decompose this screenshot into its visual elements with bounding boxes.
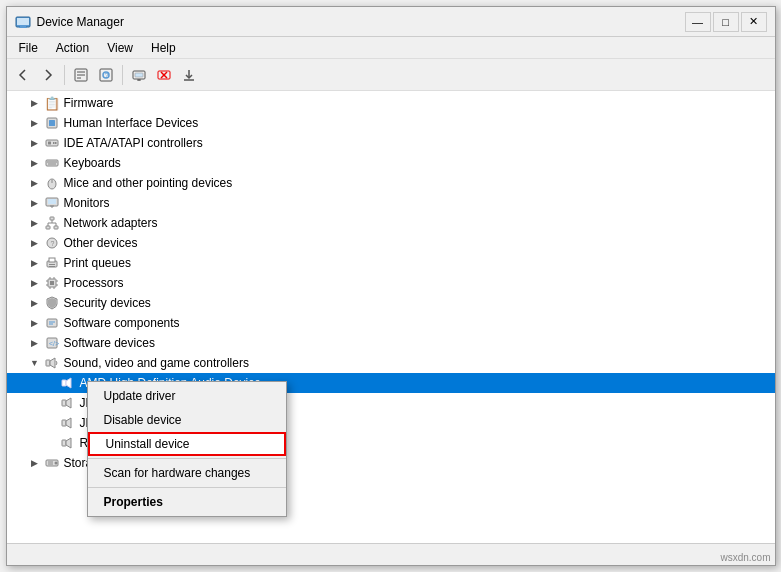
menu-file[interactable]: File bbox=[11, 38, 46, 58]
toolbar-sep-1 bbox=[64, 65, 65, 85]
svg-rect-21 bbox=[49, 120, 55, 126]
svg-rect-46 bbox=[49, 264, 55, 265]
expand-mice[interactable]: ▶ bbox=[27, 175, 43, 191]
content-area: ▶ 📋 Firmware ▶ Human Interface Devices ▶ bbox=[7, 91, 775, 543]
tree-item-network[interactable]: ▶ Network adapters bbox=[7, 213, 775, 233]
expand-sound[interactable]: ▼ bbox=[27, 355, 43, 371]
svg-rect-2 bbox=[20, 26, 26, 27]
svg-text:</>: </> bbox=[49, 340, 59, 347]
svg-rect-27 bbox=[47, 162, 57, 163]
print-icon bbox=[44, 255, 60, 271]
tree-item-other[interactable]: ▶ ? Other devices bbox=[7, 233, 775, 253]
ide-icon bbox=[44, 135, 60, 151]
menu-bar: File Action View Help bbox=[7, 37, 775, 59]
expand-software-dev[interactable]: ▶ bbox=[27, 335, 43, 351]
uninstall-button[interactable] bbox=[152, 63, 176, 87]
svg-rect-66 bbox=[62, 420, 66, 426]
hid-icon bbox=[44, 115, 60, 131]
processors-label: Processors bbox=[64, 276, 124, 290]
tree-item-monitors[interactable]: ▶ Monitors bbox=[7, 193, 775, 213]
toolbar: ? bbox=[7, 59, 775, 91]
expand-security[interactable]: ▶ bbox=[27, 295, 43, 311]
svg-rect-65 bbox=[62, 400, 66, 406]
mice-label: Mice and other pointing devices bbox=[64, 176, 233, 190]
expand-storage[interactable]: ▶ bbox=[27, 455, 43, 471]
svg-rect-23 bbox=[48, 142, 51, 145]
forward-button[interactable] bbox=[36, 63, 60, 87]
menu-action[interactable]: Action bbox=[48, 38, 97, 58]
ctx-uninstall-device[interactable]: Uninstall device bbox=[88, 432, 286, 456]
svg-rect-12 bbox=[135, 73, 143, 77]
software-comp-label: Software components bbox=[64, 316, 180, 330]
software-dev-icon: </> bbox=[44, 335, 60, 351]
software-comp-icon bbox=[44, 315, 60, 331]
svg-rect-28 bbox=[48, 164, 56, 165]
sound-icon bbox=[44, 355, 60, 371]
minimize-button[interactable]: — bbox=[685, 12, 711, 32]
svg-rect-58 bbox=[47, 319, 57, 327]
software-dev-label: Software devices bbox=[64, 336, 155, 350]
tree-item-sound[interactable]: ▼ Sound, video and game controllers bbox=[7, 353, 775, 373]
jbl-stereo-icon bbox=[60, 415, 76, 431]
realtek-icon bbox=[60, 435, 76, 451]
monitors-icon bbox=[44, 195, 60, 211]
svg-rect-24 bbox=[53, 142, 55, 144]
properties-button[interactable] bbox=[69, 63, 93, 87]
maximize-button[interactable]: □ bbox=[713, 12, 739, 32]
svg-rect-47 bbox=[49, 266, 55, 267]
processors-icon bbox=[44, 275, 60, 291]
context-menu: Update driver Disable device Uninstall d… bbox=[87, 381, 287, 517]
tree-item-hid[interactable]: ▶ Human Interface Devices bbox=[7, 113, 775, 133]
menu-help[interactable]: Help bbox=[143, 38, 184, 58]
tree-item-ide[interactable]: ▶ IDE ATA/ATAPI controllers bbox=[7, 133, 775, 153]
tree-item-mice[interactable]: ▶ Mice and other pointing devices bbox=[7, 173, 775, 193]
expand-processors[interactable]: ▶ bbox=[27, 275, 43, 291]
expand-hid[interactable]: ▶ bbox=[27, 115, 43, 131]
main-window: Device Manager — □ ✕ File Action View He… bbox=[6, 6, 776, 566]
keyboards-icon bbox=[44, 155, 60, 171]
svg-text:?: ? bbox=[104, 72, 108, 79]
expand-ide[interactable]: ▶ bbox=[27, 135, 43, 151]
expand-monitors[interactable]: ▶ bbox=[27, 195, 43, 211]
sound-label: Sound, video and game controllers bbox=[64, 356, 249, 370]
svg-rect-1 bbox=[17, 18, 29, 25]
svg-rect-25 bbox=[55, 142, 57, 144]
other-icon: ? bbox=[44, 235, 60, 251]
print-label: Print queues bbox=[64, 256, 131, 270]
tree-item-processors[interactable]: ▶ Processors bbox=[7, 273, 775, 293]
ctx-update-driver[interactable]: Update driver bbox=[88, 384, 286, 408]
ctx-separator-2 bbox=[88, 487, 286, 488]
jbl-hf-icon bbox=[60, 395, 76, 411]
back-button[interactable] bbox=[11, 63, 35, 87]
expand-software-comp[interactable]: ▶ bbox=[27, 315, 43, 331]
svg-rect-64 bbox=[62, 380, 66, 386]
scan-button[interactable] bbox=[127, 63, 151, 87]
expand-firmware[interactable]: ▶ bbox=[27, 95, 43, 111]
svg-rect-32 bbox=[48, 199, 56, 204]
update-driver-button[interactable]: ? bbox=[94, 63, 118, 87]
expand-keyboards[interactable]: ▶ bbox=[27, 155, 43, 171]
storage-icon bbox=[44, 455, 60, 471]
tree-item-software-dev[interactable]: ▶ </> Software devices bbox=[7, 333, 775, 353]
expand-other[interactable]: ▶ bbox=[27, 235, 43, 251]
other-label: Other devices bbox=[64, 236, 138, 250]
svg-rect-35 bbox=[50, 217, 54, 220]
toolbar-sep-2 bbox=[122, 65, 123, 85]
svg-rect-45 bbox=[49, 258, 55, 262]
tree-item-software-comp[interactable]: ▶ Software components bbox=[7, 313, 775, 333]
ctx-scan-hardware[interactable]: Scan for hardware changes bbox=[88, 461, 286, 485]
expand-network[interactable]: ▶ bbox=[27, 215, 43, 231]
expand-print[interactable]: ▶ bbox=[27, 255, 43, 271]
download-button[interactable] bbox=[177, 63, 201, 87]
close-button[interactable]: ✕ bbox=[741, 12, 767, 32]
tree-item-print[interactable]: ▶ Print queues bbox=[7, 253, 775, 273]
ctx-disable-device[interactable]: Disable device bbox=[88, 408, 286, 432]
network-label: Network adapters bbox=[64, 216, 158, 230]
tree-item-keyboards[interactable]: ▶ Keyboards bbox=[7, 153, 775, 173]
svg-rect-49 bbox=[50, 281, 54, 285]
ctx-properties[interactable]: Properties bbox=[88, 490, 286, 514]
tree-item-firmware[interactable]: ▶ 📋 Firmware bbox=[7, 93, 775, 113]
menu-view[interactable]: View bbox=[99, 38, 141, 58]
tree-item-security[interactable]: ▶ Security devices bbox=[7, 293, 775, 313]
svg-point-69 bbox=[54, 462, 57, 465]
